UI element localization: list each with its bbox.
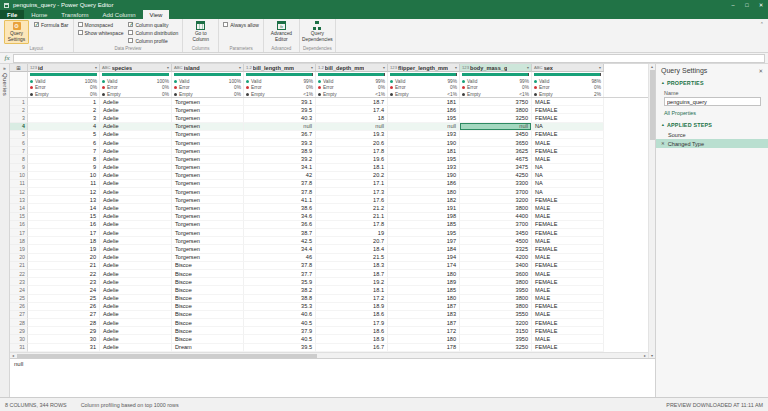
cell-species[interactable]: Adelie [100, 114, 172, 122]
cell-id[interactable]: 10 [28, 172, 100, 180]
filter-dropdown-icon[interactable]: ▾ [95, 65, 97, 70]
cell-flipper-length-mm[interactable]: 180 [388, 270, 460, 278]
cell-sex[interactable]: NA [532, 123, 604, 131]
cell-species[interactable]: Adelie [100, 204, 172, 212]
cell-island[interactable]: Torgersen [172, 131, 244, 139]
cell-bill-length-mm[interactable]: 37.8 [244, 262, 316, 270]
column-header-island[interactable]: ABCisland▾ [172, 64, 244, 72]
cell-sex[interactable]: FEMALE [532, 196, 604, 204]
cell-body-mass-g[interactable]: 3800 [460, 295, 532, 303]
go-to-column-button[interactable]: Go to Column [187, 20, 214, 43]
cell-species[interactable]: Adelie [100, 237, 172, 245]
row-number[interactable]: 20 [10, 254, 28, 262]
cell-bill-depth-mm[interactable]: 18.9 [316, 303, 388, 311]
cell-sex[interactable]: NA [532, 164, 604, 172]
cell-bill-length-mm[interactable]: 39.1 [244, 98, 316, 106]
cell-bill-length-mm[interactable]: 35.3 [244, 303, 316, 311]
tab-view[interactable]: View [143, 10, 170, 19]
checkbox-column-distribution[interactable]: Column distribution [128, 29, 178, 36]
cell-island[interactable]: Torgersen [172, 147, 244, 155]
applied-steps-section-header[interactable]: ▲ APPLIED STEPS [656, 118, 768, 129]
cell-species[interactable]: Adelie [100, 221, 172, 229]
query-dependencies-button[interactable]: Query Dependencies [304, 20, 331, 43]
cell-body-mass-g[interactable]: 3150 [460, 327, 532, 335]
cell-flipper-length-mm[interactable]: 178 [388, 344, 460, 352]
row-number[interactable]: 28 [10, 319, 28, 327]
row-number[interactable]: 4 [10, 123, 28, 131]
horizontal-scrollbar-thumb[interactable] [17, 354, 317, 358]
cell-bill-depth-mm[interactable]: 18.6 [316, 327, 388, 335]
cell-island[interactable]: Torgersen [172, 213, 244, 221]
cell-island[interactable]: Torgersen [172, 245, 244, 253]
filter-dropdown-icon[interactable]: ▾ [383, 65, 385, 70]
row-number[interactable]: 27 [10, 311, 28, 319]
cell-flipper-length-mm[interactable]: 182 [388, 196, 460, 204]
settings-close-icon[interactable]: ✕ [758, 68, 763, 74]
cell-body-mass-g[interactable]: 3800 [460, 106, 532, 114]
cell-bill-length-mm[interactable]: 40.5 [244, 335, 316, 343]
cell-flipper-length-mm[interactable]: 180 [388, 335, 460, 343]
cell-bill-depth-mm[interactable]: 18.4 [316, 245, 388, 253]
tab-transform[interactable]: Transform [54, 10, 95, 19]
cell-species[interactable]: Adelie [100, 213, 172, 221]
cell-bill-length-mm[interactable]: 39.3 [244, 139, 316, 147]
cell-species[interactable]: Adelie [100, 229, 172, 237]
cell-species[interactable]: Adelie [100, 295, 172, 303]
row-number[interactable]: 19 [10, 245, 28, 253]
row-number[interactable]: 1 [10, 98, 28, 106]
cell-sex[interactable]: MALE [532, 204, 604, 212]
cell-body-mass-g[interactable]: 4250 [460, 172, 532, 180]
cell-island[interactable]: Torgersen [172, 172, 244, 180]
filter-dropdown-icon[interactable]: ▾ [167, 65, 169, 70]
cell-bill-depth-mm[interactable]: 18.6 [316, 311, 388, 319]
formula-input[interactable] [13, 54, 765, 63]
cell-island[interactable]: Biscoe [172, 262, 244, 270]
cell-sex[interactable]: FEMALE [532, 147, 604, 155]
filter-dropdown-icon[interactable]: ▾ [599, 65, 601, 70]
cell-bill-length-mm[interactable]: 37.8 [244, 180, 316, 188]
cell-species[interactable]: Adelie [100, 270, 172, 278]
cell-bill-length-mm[interactable]: null [244, 123, 316, 131]
row-number[interactable]: 15 [10, 213, 28, 221]
cell-id[interactable]: 11 [28, 180, 100, 188]
cell-island[interactable]: Torgersen [172, 155, 244, 163]
cell-bill-length-mm[interactable]: 46 [244, 254, 316, 262]
cell-flipper-length-mm[interactable]: 191 [388, 204, 460, 212]
row-number[interactable]: 5 [10, 131, 28, 139]
cell-id[interactable]: 13 [28, 196, 100, 204]
cell-bill-length-mm[interactable]: 41.1 [244, 196, 316, 204]
cell-bill-length-mm[interactable]: 38.2 [244, 286, 316, 294]
cell-species[interactable]: Adelie [100, 319, 172, 327]
row-number[interactable]: 26 [10, 303, 28, 311]
cell-sex[interactable]: FEMALE [532, 344, 604, 352]
cell-bill-depth-mm[interactable]: 21.5 [316, 254, 388, 262]
cell-bill-length-mm[interactable]: 42 [244, 172, 316, 180]
cell-flipper-length-mm[interactable]: 195 [388, 229, 460, 237]
cell-bill-depth-mm[interactable]: 17.4 [316, 106, 388, 114]
row-number[interactable]: 31 [10, 344, 28, 352]
cell-body-mass-g[interactable]: 3250 [460, 344, 532, 352]
cell-id[interactable]: 1 [28, 98, 100, 106]
column-header-bill-depth-mm[interactable]: 1.2bill_depth_mm▾ [316, 64, 388, 72]
cell-bill-depth-mm[interactable]: 20.6 [316, 139, 388, 147]
cell-species[interactable]: Adelie [100, 164, 172, 172]
cell-flipper-length-mm[interactable]: 189 [388, 278, 460, 286]
cell-sex[interactable]: MALE [532, 270, 604, 278]
cell-sex[interactable]: FEMALE [532, 327, 604, 335]
cell-body-mass-g[interactable]: 3750 [460, 98, 532, 106]
cell-flipper-length-mm[interactable]: 193 [388, 131, 460, 139]
row-number[interactable]: 17 [10, 229, 28, 237]
cell-id[interactable]: 16 [28, 221, 100, 229]
grid-corner-button[interactable]: ⊞ [10, 64, 28, 72]
row-number[interactable]: 6 [10, 139, 28, 147]
cell-body-mass-g[interactable]: 4500 [460, 237, 532, 245]
cell-island[interactable]: Torgersen [172, 254, 244, 262]
row-number[interactable]: 29 [10, 327, 28, 335]
cell-bill-length-mm[interactable]: 40.6 [244, 311, 316, 319]
cell-sex[interactable]: MALE [532, 155, 604, 163]
checkbox-formula-bar[interactable]: ✓Formula Bar [34, 21, 69, 28]
cell-island[interactable]: Dream [172, 344, 244, 352]
cell-species[interactable]: Adelie [100, 278, 172, 286]
cell-sex[interactable]: MALE [532, 335, 604, 343]
row-number[interactable]: 14 [10, 204, 28, 212]
